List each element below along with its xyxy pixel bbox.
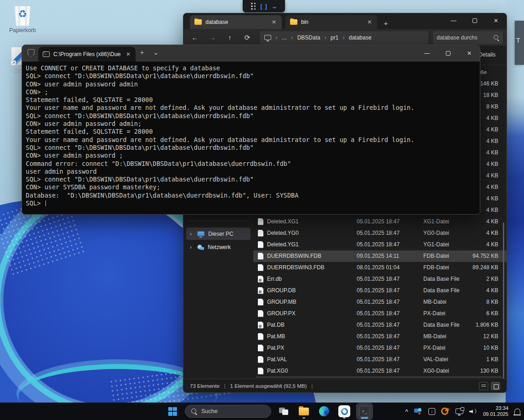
refresh-button[interactable]: ⟳ <box>239 34 255 42</box>
edge-button[interactable] <box>316 403 332 419</box>
file-name: GROUP.PX <box>267 310 296 317</box>
items-count: 73 Elemente <box>190 383 220 389</box>
breadcrumb: DBSData › pr1 › database <box>297 34 371 41</box>
tray-app-icon[interactable] <box>414 408 422 414</box>
chevron-down-icon[interactable]: ⌄ <box>271 3 278 10</box>
table-row[interactable]: Pat.VAL 05.01.2025 18:47 VAL-Datei 1 KB <box>253 354 507 365</box>
table-row[interactable]: GROUP.MB 05.01.2025 18:47 MB-Datei 8 KB <box>253 296 507 308</box>
table-row[interactable]: Deleted.YG0 05.01.2025 18:47 YG0-Datei 4… <box>253 227 507 239</box>
close-button[interactable]: ✕ <box>485 13 507 28</box>
icons-view-toggle[interactable] <box>491 382 500 390</box>
up-button[interactable]: ↑ <box>222 34 238 41</box>
search-text: database durchs <box>437 34 493 41</box>
table-row[interactable]: Pat.DB 05.01.2025 18:47 Data Base File 1… <box>253 319 507 331</box>
minimize-button[interactable]: — <box>443 13 464 28</box>
file-name: Err.db <box>267 276 282 282</box>
breadcrumb-item[interactable]: pr1 › <box>330 34 345 41</box>
file-icon <box>258 322 263 329</box>
taskbar-search[interactable]: Suche <box>185 405 271 418</box>
file-type: XG1-Datei <box>423 218 449 225</box>
offscreen-window-edge[interactable]: T <box>515 21 524 65</box>
new-tab-button[interactable]: + <box>136 45 148 62</box>
notifications-bell-icon[interactable] <box>514 409 520 414</box>
grid-dots-icon[interactable] <box>251 3 256 10</box>
tray-package-icon[interactable]: ↓ <box>428 408 435 415</box>
sidebar-item-netzwerk[interactable]: › Netzwerk <box>186 241 251 253</box>
terminal-line: SQL> connect "D:\DBSWIN\DBSData\pr1\data… <box>26 72 480 80</box>
breadcrumb-ellipsis[interactable]: … <box>281 34 287 41</box>
file-type: YG1-Datei <box>423 241 449 248</box>
table-row[interactable]: Deleted.YG1 05.01.2025 18:47 YG1-Datei 4… <box>253 239 507 250</box>
explorer-tab-database[interactable]: database ✕ <box>190 15 282 29</box>
file-date: 09.01.2025 14:11 <box>357 253 399 259</box>
file-type: VAL-Datei <box>423 356 448 363</box>
file-date: 05.01.2025 18:47 <box>357 356 399 363</box>
chevron-right-icon[interactable]: › <box>190 244 194 250</box>
taskbar-clock[interactable]: 23:34 09.01.2025 <box>483 405 508 417</box>
table-row[interactable]: Err.db 05.01.2025 18:47 Data Base File 2… <box>253 273 507 285</box>
terminal-line: SQL> connect "D:\DBSWIN\DBSData\pr1\data… <box>26 112 480 120</box>
chevron-right-icon[interactable]: › <box>190 231 194 237</box>
new-tab-button[interactable]: + <box>384 19 388 29</box>
tab-dropdown-button[interactable]: ⌄ <box>148 45 163 62</box>
task-view-button[interactable] <box>276 403 291 419</box>
sync-app-button[interactable] <box>336 403 352 419</box>
crumb-separator: › <box>291 34 293 41</box>
desktop-icon-recycle-bin[interactable]: ♻ Papierkorb <box>5 6 40 34</box>
close-button[interactable]: ✕ <box>459 45 480 62</box>
search-icon <box>191 408 197 414</box>
table-row[interactable]: Pat.XG0 05.01.2025 18:47 XG0-Datei 130 K… <box>253 365 507 377</box>
file-icon <box>258 299 263 306</box>
explorer-search-box[interactable]: database durchs <box>433 31 503 44</box>
table-row[interactable]: DUERRDBSWIN.FDB 09.01.2025 14:11 FDB-Dat… <box>253 250 507 262</box>
tab-close-icon[interactable]: ✕ <box>365 19 374 25</box>
crumb-separator: › <box>342 34 344 41</box>
file-type: YG0-Datei <box>423 230 449 236</box>
file-type: FDB-Datei <box>423 264 449 271</box>
file-explorer-button[interactable] <box>296 403 312 419</box>
terminal-line: Command error: connect "D:\DBSWIN\DBSDat… <box>26 160 480 168</box>
terminal-button[interactable]: ›_ <box>357 403 372 419</box>
file-size: 89.248 KB <box>473 264 498 271</box>
terminal-tab[interactable]: C:\Program Files (x86)\Duerr\ ✕ <box>38 47 136 62</box>
explorer-window-controls: — ✕ <box>443 13 507 29</box>
breadcrumb-item[interactable]: DBSData › <box>297 34 326 41</box>
file-size: 12 KB <box>483 333 498 340</box>
tray-overflow-chevron-icon[interactable]: ^ <box>405 409 408 414</box>
file-size: 4 KB <box>486 126 498 133</box>
task-view-icon <box>279 408 288 415</box>
maximize-button[interactable] <box>438 45 459 62</box>
admin-shield-icon <box>28 49 34 57</box>
file-name: Pat.DB <box>267 322 285 328</box>
table-row[interactable]: Deleted.XG1 05.01.2025 18:47 XG1-Datei 4… <box>253 216 507 227</box>
forward-button[interactable]: → <box>205 34 220 41</box>
sidebar-item-dieser-pc[interactable]: › Dieser PC <box>186 227 251 240</box>
tab-close-icon[interactable]: ✕ <box>270 19 278 25</box>
file-size: 130 KB <box>480 368 498 374</box>
table-row[interactable]: DUERRDBSWIN3.FDB 08.01.2025 01:04 FDB-Da… <box>253 262 507 273</box>
minimize-button[interactable]: — <box>416 45 438 62</box>
selection-summary: 1 Element ausgewählt (92,5 MB) <box>230 383 307 389</box>
breadcrumb-item[interactable]: database <box>349 34 371 41</box>
fullscreen-brackets-icon[interactable]: [ ] <box>261 3 268 10</box>
start-button[interactable] <box>165 403 180 419</box>
crumb-separator: › <box>325 34 326 41</box>
tray-firebird-key-icon[interactable] <box>439 405 451 417</box>
breadcrumb-bar[interactable]: › … › DBSData › pr1 › database <box>260 31 428 44</box>
details-view-toggle[interactable] <box>479 382 488 390</box>
table-row[interactable]: GROUP.DB 05.01.2025 18:47 Data Base File… <box>253 285 507 296</box>
back-button[interactable]: ← <box>187 34 203 41</box>
remote-control-toolbar[interactable]: [ ] ⌄ <box>243 0 285 12</box>
tray-volume-icon[interactable] <box>469 408 477 414</box>
terminal-output[interactable]: Use CONNECT or CREATE DATABASE to specif… <box>22 62 480 207</box>
table-row[interactable]: Pat.MB 05.01.2025 18:47 MB-Datei 12 KB <box>253 331 507 342</box>
table-row[interactable]: Pat.PX 05.01.2025 18:47 PX-Datei 10 KB <box>253 342 507 354</box>
tray-display-icon[interactable] <box>456 409 463 414</box>
file-type: XG0-Datei <box>423 368 449 374</box>
tab-close-icon[interactable]: ✕ <box>125 51 132 57</box>
table-row[interactable]: GROUP.PX 05.01.2025 18:47 PX-Datei 6 KB <box>253 308 507 319</box>
file-name: Deleted.XG1 <box>267 218 299 225</box>
maximize-button[interactable] <box>464 13 485 28</box>
vertical-scrollbar[interactable] <box>503 222 504 379</box>
explorer-tab-bin[interactable]: bin ✕ <box>285 15 377 29</box>
